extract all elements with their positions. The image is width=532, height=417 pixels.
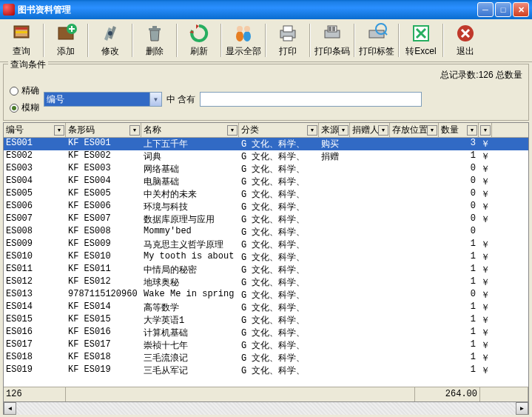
table-row[interactable]: ES007KF ES007数据库原理与应用G 文化、科学、0￥ — [4, 213, 528, 226]
table-row[interactable]: ES009KF ES009马克思主义哲学原理G 文化、科学、1￥ — [4, 238, 528, 251]
svg-rect-8 — [152, 26, 157, 28]
svg-rect-14 — [283, 26, 292, 32]
svg-point-10 — [243, 31, 251, 41]
refresh-icon — [187, 23, 211, 44]
showall-icon — [232, 23, 255, 44]
excel-icon — [409, 23, 433, 44]
grid-body[interactable]: ES001KF ES001上下五千年G 文化、科学、购买3￥ES002KF ES… — [4, 138, 528, 387]
table-row[interactable]: ES002KF ES002词典G 文化、科学、捐赠1￥ — [4, 150, 528, 163]
toolbtn-showall[interactable]: 显示全部 — [223, 21, 263, 60]
maximize-button[interactable]: □ — [495, 2, 511, 17]
footer-count: 126 — [4, 387, 66, 401]
filter-dropdown-icon[interactable]: ▼ — [129, 125, 140, 136]
svg-point-6 — [108, 31, 112, 36]
table-row[interactable]: ES010KF ES010My tooth is aboutG 文化、科学、1￥ — [4, 251, 528, 264]
table-row[interactable]: ES004KF ES004电脑基础G 文化、科学、0￥ — [4, 176, 528, 188]
filter-group: 查询条件 总记录数:126 总数量 精确 模糊 编号 ▼ 中 含有 — [3, 64, 529, 121]
svg-rect-7 — [149, 28, 161, 30]
toolbtn-exit[interactable]: 退出 — [445, 21, 485, 60]
chevron-down-icon: ▼ — [149, 93, 161, 106]
toolbtn-print-barcode[interactable]: 打印条码 — [312, 21, 352, 60]
toolbtn-print[interactable]: 打印 — [268, 21, 308, 60]
grid-footer: 126 264.00 — [4, 387, 528, 401]
svg-point-9 — [236, 31, 243, 41]
filter-dropdown-icon[interactable]: ▼ — [480, 125, 491, 136]
filter-dropdown-icon[interactable]: ▼ — [427, 125, 437, 136]
data-grid[interactable]: 编号▼条形码▼名称▼分类▼来源▼捐赠人▼存放位置▼数量▼价▼ ES001KF E… — [3, 122, 529, 402]
filter-legend: 查询条件 — [8, 59, 48, 71]
table-row[interactable]: ES016KF ES016计算机基础G 文化、科学、1￥ — [4, 327, 528, 339]
column-header[interactable]: 存放位置▼ — [390, 123, 439, 137]
radio-fuzzy[interactable]: 模糊 — [10, 101, 39, 114]
table-row[interactable]: ES0139787115120960Wake Me in springG 文化、… — [4, 289, 528, 301]
svg-rect-2 — [16, 27, 27, 30]
exit-icon — [454, 23, 477, 44]
column-header[interactable]: 价▼ — [479, 123, 492, 137]
horizontal-scrollbar[interactable]: ◄ ► — [3, 402, 529, 415]
table-row[interactable]: ES019KF ES019三毛从军记G 文化、科学、1￥ — [4, 364, 528, 377]
column-header[interactable]: 编号▼ — [4, 123, 66, 137]
column-header[interactable]: 条形码▼ — [66, 123, 141, 137]
close-button[interactable]: ✕ — [513, 2, 529, 17]
svg-rect-15 — [283, 36, 292, 41]
table-row[interactable]: ES018KF ES018三毛流浪记G 文化、科学、1￥ — [4, 352, 528, 364]
grid-header: 编号▼条形码▼名称▼分类▼来源▼捐赠人▼存放位置▼数量▼价▼ — [4, 123, 528, 138]
table-row[interactable]: ES005KF ES005中关村的未来G 文化、科学、0￥ — [4, 188, 528, 201]
table-row[interactable]: ES017KF ES017崇祯十七年G 文化、科学、1￥ — [4, 339, 528, 352]
filter-dropdown-icon[interactable]: ▼ — [307, 125, 317, 136]
filter-dropdown-icon[interactable]: ▼ — [338, 125, 349, 136]
toolbar: 查询添加修改删除刷新显示全部打印打印条码打印标签转Excel退出 — [0, 19, 532, 62]
column-header[interactable]: 捐赠人▼ — [350, 123, 390, 137]
print-icon — [276, 23, 300, 44]
titlebar: 图书资料管理 ─ □ ✕ — [0, 0, 532, 19]
column-header[interactable]: 名称▼ — [141, 123, 239, 137]
table-row[interactable]: ES003KF ES003网络基础G 文化、科学、0￥ — [4, 163, 528, 176]
table-row[interactable]: ES015KF ES015大学英语1G 文化、科学、1￥ — [4, 314, 528, 327]
search-input[interactable] — [200, 92, 422, 107]
filter-dropdown-icon[interactable]: ▼ — [467, 125, 477, 136]
app-icon — [3, 4, 15, 16]
table-row[interactable]: ES008KF ES008Mommy'bedG 文化、科学、0 — [4, 226, 528, 238]
toolbtn-add[interactable]: 添加 — [46, 21, 86, 60]
field-combo[interactable]: 编号 ▼ — [44, 92, 162, 107]
radio-exact[interactable]: 精确 — [10, 84, 39, 97]
svg-point-12 — [244, 26, 250, 32]
toolbtn-search[interactable]: 查询 — [1, 21, 41, 60]
table-row[interactable]: ES012KF ES012地球奥秘G 文化、科学、1￥ — [4, 276, 528, 289]
scroll-right-button[interactable]: ► — [516, 402, 528, 415]
column-header[interactable]: 数量▼ — [439, 123, 479, 137]
svg-line-24 — [385, 33, 387, 35]
table-row[interactable]: ES001KF ES001上下五千年G 文化、科学、购买3￥ — [4, 138, 528, 150]
filter-dropdown-icon[interactable]: ▼ — [54, 125, 64, 136]
column-header[interactable]: 分类▼ — [239, 123, 319, 137]
footer-total: 264.00 — [415, 387, 480, 401]
window-title: 图书资料管理 — [18, 4, 477, 16]
scroll-left-button[interactable]: ◄ — [4, 402, 16, 415]
filter-dropdown-icon[interactable]: ▼ — [378, 125, 388, 136]
add-icon — [54, 23, 78, 44]
toolbtn-delete[interactable]: 删除 — [135, 21, 175, 60]
svg-point-11 — [237, 26, 243, 32]
table-row[interactable]: ES011KF ES011中情局的秘密G 文化、科学、1￥ — [4, 264, 528, 276]
filter-mid-label: 中 含有 — [166, 93, 195, 106]
toolbtn-edit[interactable]: 修改 — [90, 21, 130, 60]
svg-rect-3 — [16, 31, 27, 33]
record-summary: 总记录数:126 总数量 — [440, 69, 522, 81]
table-row[interactable]: ES006KF ES006环境与科技G 文化、科学、0￥ — [4, 201, 528, 213]
toolbtn-excel[interactable]: 转Excel — [401, 21, 441, 60]
print-barcode-icon — [320, 23, 344, 44]
print-label-icon — [365, 23, 388, 44]
edit-icon — [98, 23, 122, 44]
filter-dropdown-icon[interactable]: ▼ — [227, 125, 238, 136]
search-icon — [10, 23, 33, 44]
toolbtn-print-label[interactable]: 打印标签 — [357, 21, 397, 60]
table-row[interactable]: ES014KF ES014高等数学G 文化、科学、1￥ — [4, 301, 528, 314]
column-header[interactable]: 来源▼ — [319, 123, 350, 137]
minimize-button[interactable]: ─ — [477, 2, 494, 17]
toolbtn-refresh[interactable]: 刷新 — [179, 21, 219, 60]
delete-icon — [143, 23, 166, 44]
